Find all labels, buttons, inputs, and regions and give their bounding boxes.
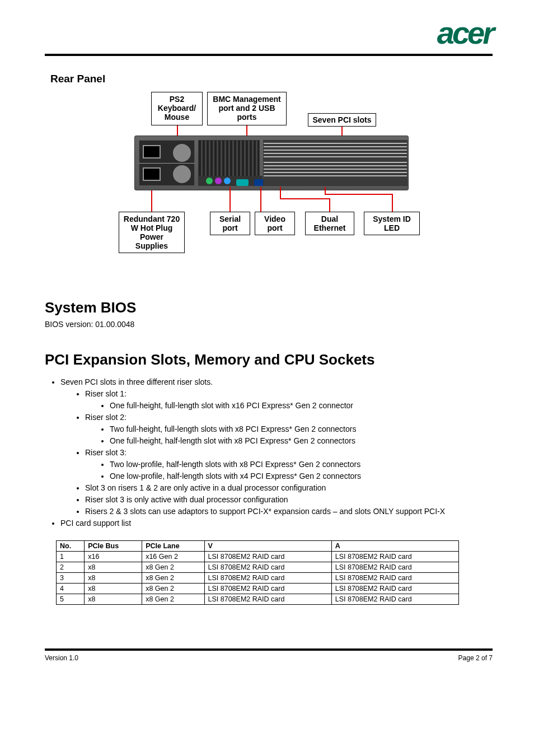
table-cell: LSI 8708EM2 RAID card [204,552,331,562]
callout-ps2: PS2 Keyboard/ Mouse [151,92,203,125]
rear-panel-diagram: PS2 Keyboard/ Mouse BMC Management port … [112,92,425,277]
table-cell: 1 [57,552,85,562]
pointer-line [280,198,329,199]
list-text: Seven PCI slots in three different riser… [60,377,213,386]
table-row: 5x8x8 Gen 2LSI 8708EM2 RAID cardLSI 8708… [57,594,459,605]
callout-dual-ethernet: Dual Ethernet [305,212,354,235]
list-item: Riser slot 3 is only active with dual pr… [85,494,493,506]
page-footer: Version 1.0 Page 2 of 7 [45,648,493,662]
pointer-line [280,187,281,198]
table-row: 4x8x8 Gen 2LSI 8708EM2 RAID cardLSI 8708… [57,584,459,594]
pci-slot-area [263,140,407,186]
list-text: One low-profile, half-length slots with … [110,472,361,480]
callout-bmc-usb: BMC Management port and 2 USB ports [207,92,287,125]
pointer-line [325,194,392,195]
bios-version: BIOS version: 01.00.0048 [45,320,493,329]
callout-serial-port: Serial port [210,212,250,235]
table-header: PCIe Lane [142,541,204,552]
pci-card-table: No. PCIe Bus PCIe Lane V A 1x16x16 Gen 2… [56,540,459,605]
list-text: Risers 2 & 3 slots can use adaptors to s… [85,507,445,516]
pci-bullet-list: Seven PCI slots in three different riser… [49,376,493,529]
table-cell: x16 [85,552,142,562]
pointer-line [329,198,330,212]
table-row: 3x8x8 Gen 2LSI 8708EM2 RAID cardLSI 8708… [57,573,459,584]
list-item: One full-height, half-length slot with x… [110,435,493,447]
acer-logo: acer [437,15,493,51]
table-cell: LSI 8708EM2 RAID card [331,552,458,562]
list-text: Two low-profile, half-length slots with … [110,460,360,469]
pointer-line [260,187,261,212]
table-header: PCIe Bus [85,541,142,552]
page-header: acer [45,19,493,56]
pointer-line [229,187,231,212]
list-text: One full-height, half-length slot with x… [110,436,355,445]
list-text: Two full-height, full-length slots with … [110,424,356,433]
table-cell: x8 [85,584,142,594]
table-cell: x8 [85,573,142,584]
table-header: A [331,541,458,552]
table-header: No. [57,541,85,552]
list-item: Slot 3 on risers 1 & 2 are only active i… [85,482,493,494]
callout-system-id-led: System ID LED [364,212,420,235]
list-text: One full-height, full-length slot with x… [110,401,353,410]
table-cell: LSI 8708EM2 RAID card [204,584,331,594]
serial-port-icon [236,179,249,186]
table-cell: LSI 8708EM2 RAID card [204,594,331,605]
list-item: Risers 2 & 3 slots can use adaptors to s… [85,506,493,517]
table-cell: 2 [57,562,85,573]
pointer-line [325,187,326,194]
callout-pci-slots: Seven PCI slots [308,113,376,127]
table-cell: 5 [57,594,85,605]
table-cell: LSI 8708EM2 RAID card [204,573,331,584]
table-cell: x8 Gen 2 [142,594,204,605]
list-text: Riser slot 2: [85,413,127,422]
io-ports-row [198,176,263,186]
table-cell: x8 Gen 2 [142,573,204,584]
table-cell: LSI 8708EM2 RAID card [331,584,458,594]
system-bios-heading: System BIOS [45,299,493,316]
pci-section-heading: PCI Expansion Slots, Memory and CPU Sock… [45,351,493,368]
list-item: Two full-height, full-length slots with … [110,423,493,435]
table-cell: LSI 8708EM2 RAID card [331,573,458,584]
table-cell: x8 Gen 2 [142,584,204,594]
table-cell: x8 [85,594,142,605]
list-text: Riser slot 3 is only active with dual pr… [85,495,288,504]
callout-video-port: Video port [255,212,295,235]
pointer-line [151,190,152,212]
list-item: Riser slot 3: Two low-profile, half-leng… [85,447,493,482]
table-cell: 4 [57,584,85,594]
list-item: One full-height, full-length slot with x… [110,400,493,412]
table-row: 1x16x16 Gen 2LSI 8708EM2 RAID cardLSI 87… [57,552,459,562]
list-text: Riser slot 3: [85,448,127,457]
list-item: Seven PCI slots in three different riser… [60,376,493,517]
table-row: 2x8x8 Gen 2LSI 8708EM2 RAID cardLSI 8708… [57,562,459,573]
list-item: PCI card support list [60,517,493,529]
callout-redundant-psu: Redundant 720 W Hot Plug Power Supplies [119,212,185,253]
list-item: Riser slot 1: One full-height, full-leng… [85,388,493,412]
table-cell: LSI 8708EM2 RAID card [204,562,331,573]
list-item: One low-profile, half-length slots with … [110,470,493,482]
pointer-line [392,194,393,212]
table-cell: LSI 8708EM2 RAID card [331,594,458,605]
footer-page-number: Page 2 of 7 [458,654,493,662]
list-item: Riser slot 2: Two full-height, full-leng… [85,412,493,447]
footer-version: Version 1.0 [45,654,78,662]
list-text: PCI card support list [60,519,131,528]
table-cell: x8 [85,562,142,573]
table-cell: LSI 8708EM2 RAID card [331,562,458,573]
table-cell: 3 [57,573,85,584]
list-text: Riser slot 1: [85,389,127,398]
table-cell: x8 Gen 2 [142,562,204,573]
table-header-row: No. PCIe Bus PCIe Lane V A [57,541,459,552]
list-text: Slot 3 on risers 1 & 2 are only active i… [85,483,326,492]
list-item: Two low-profile, half-length slots with … [110,459,493,470]
table-header: V [204,541,331,552]
rear-panel-heading: Rear Panel [50,73,493,85]
table-cell: x16 Gen 2 [142,552,204,562]
